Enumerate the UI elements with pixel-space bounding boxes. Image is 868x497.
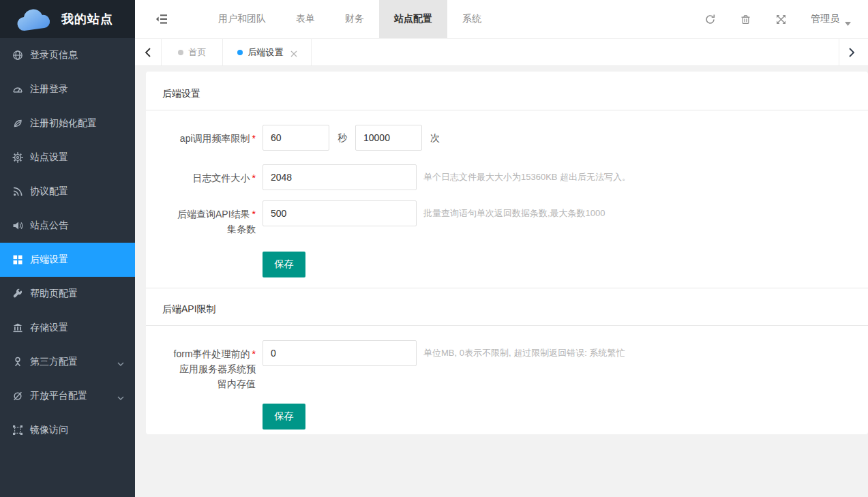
form-row-query-result-limit: 后端查询API结果* 集条数 批量查询语句单次返回数据条数,最大条数1000 — [146, 200, 868, 237]
sidebar-item-site-settings[interactable]: 站点设置 — [0, 140, 135, 175]
site-title: 我的站点 — [61, 11, 113, 27]
tab-bar: 首页 后端设置 — [135, 39, 868, 66]
field-label: 后端查询API结果* 集条数 — [162, 200, 256, 237]
sidebar-item-label: 后端设置 — [30, 254, 68, 266]
tab-bar-spacer — [312, 39, 839, 65]
wrench-icon — [12, 288, 23, 299]
save-button[interactable]: 保存 — [263, 404, 305, 430]
sidebar-item-label: 登录页信息 — [30, 49, 78, 61]
reserved-memory-input[interactable] — [263, 340, 417, 366]
unit-label-times: 次 — [430, 125, 440, 151]
sidebar-item-label: 第三方配置 — [30, 356, 78, 368]
api-rate-count-input[interactable] — [355, 125, 422, 151]
nav-item-site-config[interactable]: 站点配置 — [379, 0, 447, 38]
top-menu: 用户和团队 表单 财务 站点配置 系统 — [203, 0, 496, 38]
unit-label-seconds: 秒 — [338, 125, 347, 151]
save-row: 保存 — [146, 404, 868, 430]
page-content: 后端设置 api调用频率限制* 秒 次 — [135, 66, 868, 497]
sidebar-item-help-page-config[interactable]: 帮助页配置 — [0, 277, 135, 311]
nav-item-label: 系统 — [462, 13, 481, 25]
nav-item-finance[interactable]: 财务 — [330, 0, 379, 38]
field-controls: 单个日志文件最大大小为15360KB 超出后无法写入。 — [256, 164, 631, 190]
tab-status-dot — [178, 50, 183, 55]
sidebar-item-register-init-config[interactable]: 注册初始化配置 — [0, 106, 135, 140]
sidebar-item-mirror-access[interactable]: 镜像访问 — [0, 413, 135, 447]
form-row-reserved-memory: form事件处理前的* 应用服务器系统预 留内存值 单位MB, 0表示不限制, … — [146, 340, 868, 391]
field-hint: 单位MB, 0表示不限制, 超过限制返回错误: 系统繁忙 — [423, 340, 625, 366]
sidebar-item-label: 镜像访问 — [30, 424, 68, 436]
fullscreen-icon[interactable] — [775, 14, 787, 25]
tabs-scroll-right-button[interactable] — [839, 39, 863, 65]
chevron-down-icon — [117, 393, 124, 400]
bank-icon — [12, 322, 23, 333]
sidebar-item-backend-settings[interactable]: 后端设置 — [0, 243, 135, 277]
tab-home[interactable]: 首页 — [162, 39, 223, 65]
section-title: 后端API限制 — [162, 303, 852, 316]
nav-item-label: 表单 — [296, 13, 315, 25]
mirror-icon — [12, 425, 23, 436]
app-window: 我的站点 登录页信息 注册登录 — [0, 0, 868, 497]
section-backend-settings-header: 后端设置 — [146, 72, 868, 110]
gear-icon — [12, 152, 23, 163]
sidebar-item-label: 开放平台配置 — [30, 390, 87, 402]
tab-close-icon[interactable] — [290, 49, 297, 56]
save-button[interactable]: 保存 — [263, 252, 305, 277]
sidebar-item-third-party-config[interactable]: 第三方配置 — [0, 345, 135, 379]
backend-settings-form: api调用频率限制* 秒 次 日志文件大小* — [146, 110, 868, 277]
cloud-logo-icon — [15, 6, 53, 32]
leaf-icon — [12, 118, 23, 129]
sidebar: 我的站点 登录页信息 注册登录 — [0, 0, 135, 497]
tab-backend-settings[interactable]: 后端设置 — [223, 39, 312, 65]
nav-item-forms[interactable]: 表单 — [281, 0, 330, 38]
backend-api-limit-form: form事件处理前的* 应用服务器系统预 留内存值 单位MB, 0表示不限制, … — [146, 326, 868, 430]
log-file-size-input[interactable] — [263, 164, 417, 190]
field-controls: 单位MB, 0表示不限制, 超过限制返回错误: 系统繁忙 — [256, 340, 625, 391]
user-name: 管理员 — [811, 13, 839, 25]
save-row: 保存 — [146, 252, 868, 277]
dashboard-icon — [12, 84, 23, 95]
tab-status-dot — [237, 50, 243, 55]
sidebar-item-label: 帮助页配置 — [30, 288, 78, 300]
sidebar-item-label: 站点公告 — [30, 220, 68, 232]
field-label: api调用频率限制* — [162, 125, 256, 151]
person-icon — [12, 357, 23, 367]
main-area: 用户和团队 表单 财务 站点配置 系统 — [135, 0, 868, 497]
globe-icon — [12, 50, 23, 61]
header-actions: 管理员 — [704, 13, 868, 25]
nav-item-users-teams[interactable]: 用户和团队 — [203, 0, 281, 38]
sidebar-item-register-login[interactable]: 注册登录 — [0, 72, 135, 106]
sidebar-collapse-icon[interactable] — [155, 12, 169, 26]
nav-item-label: 财务 — [345, 13, 364, 25]
circle-slash-icon — [12, 391, 23, 402]
nav-item-label: 站点配置 — [394, 13, 432, 25]
rss-icon — [12, 186, 23, 197]
tab-label: 首页 — [189, 46, 207, 59]
section-title: 后端设置 — [162, 88, 852, 100]
site-logo[interactable]: 我的站点 — [0, 0, 135, 38]
sidebar-item-open-platform-config[interactable]: 开放平台配置 — [0, 379, 135, 413]
settings-card: 后端设置 api调用频率限制* 秒 次 — [146, 72, 868, 434]
sidebar-item-site-announcement[interactable]: 站点公告 — [0, 209, 135, 243]
sidebar-item-label: 协议配置 — [30, 185, 68, 198]
sidebar-item-storage-settings[interactable]: 存储设置 — [0, 311, 135, 345]
sidebar-item-label: 存储设置 — [30, 322, 68, 334]
sidebar-item-protocol-config[interactable]: 协议配置 — [0, 175, 135, 209]
grid-icon — [12, 254, 23, 265]
sidebar-item-label: 注册登录 — [30, 83, 68, 95]
speaker-icon — [12, 220, 23, 231]
trash-icon[interactable] — [740, 14, 751, 25]
field-label: form事件处理前的* 应用服务器系统预 留内存值 — [162, 340, 256, 391]
tab-label: 后端设置 — [248, 46, 284, 59]
tabs-scroll-left-button[interactable] — [135, 39, 162, 65]
sidebar-item-label: 站点设置 — [30, 151, 68, 164]
tab-bar-end — [863, 39, 868, 65]
refresh-icon[interactable] — [704, 14, 716, 25]
nav-item-system[interactable]: 系统 — [447, 0, 496, 38]
query-result-limit-input[interactable] — [263, 200, 417, 226]
chevron-down-icon — [117, 359, 124, 365]
user-menu[interactable]: 管理员 — [811, 13, 851, 25]
top-navbar: 用户和团队 表单 财务 站点配置 系统 — [135, 0, 868, 39]
field-hint: 批量查询语句单次返回数据条数,最大条数1000 — [423, 200, 605, 226]
sidebar-item-login-page-info[interactable]: 登录页信息 — [0, 38, 135, 72]
api-rate-seconds-input[interactable] — [263, 125, 329, 151]
